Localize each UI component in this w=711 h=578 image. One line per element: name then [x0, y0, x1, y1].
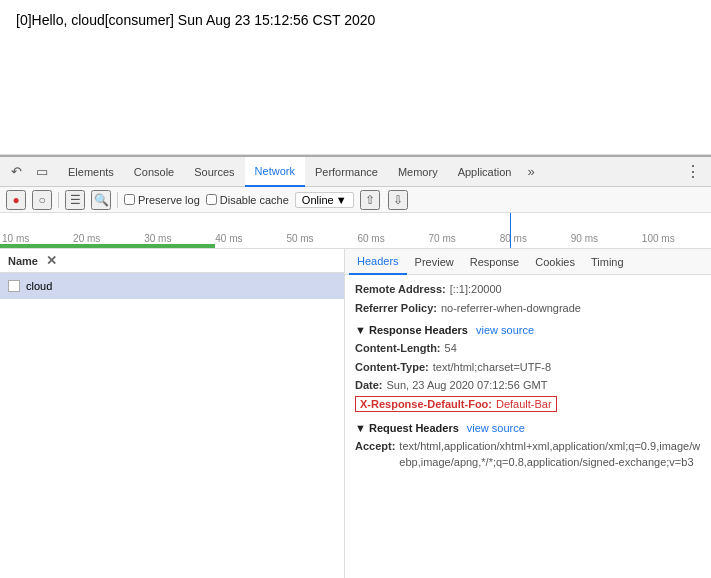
disable-cache-text: Disable cache	[220, 194, 289, 206]
tab-sources[interactable]: Sources	[184, 157, 244, 187]
ruler-90ms: 90 ms	[569, 233, 640, 248]
content-type-val: text/html;charset=UTF-8	[433, 359, 551, 376]
response-headers-section: ▼ Response Headers view source	[355, 324, 701, 336]
x-response-default-foo-key: X-Response-Default-Foo:	[360, 398, 492, 410]
referrer-policy-val: no-referrer-when-downgrade	[441, 300, 581, 317]
devtools-panel: ↶ ▭ Elements Console Sources Network Per…	[0, 155, 711, 578]
item-name: cloud	[26, 280, 52, 292]
referrer-policy-key: Referrer Policy:	[355, 300, 437, 317]
request-headers-section: ▼ Request Headers view source	[355, 422, 701, 434]
network-toolbar: ● ○ ☰ 🔍 Preserve log Disable cache Onlin…	[0, 187, 711, 213]
browser-content: [0]Hello, cloud[consumer] Sun Aug 23 15:…	[0, 0, 711, 155]
accept-key: Accept:	[355, 438, 395, 455]
remote-address-key: Remote Address:	[355, 281, 446, 298]
remote-address-val: [::1]:20000	[450, 281, 502, 298]
tab-preview[interactable]: Preview	[407, 249, 462, 275]
preserve-log-text: Preserve log	[138, 194, 200, 206]
network-item[interactable]: cloud	[0, 273, 344, 299]
more-tabs-button[interactable]: »	[521, 164, 540, 179]
separator-1	[58, 192, 59, 208]
clear-button[interactable]: ○	[32, 190, 52, 210]
dropdown-arrow: ▼	[336, 194, 347, 206]
tab-response[interactable]: Response	[462, 249, 528, 275]
ruler-40ms: 40 ms	[213, 233, 284, 248]
devtools-menu-button[interactable]: ⋮	[679, 162, 707, 181]
upload-button[interactable]: ⇧	[360, 190, 380, 210]
content-length-row: Content-Length: 54	[355, 340, 701, 357]
headers-panel: Headers Preview Response Cookies Timing …	[345, 249, 711, 578]
date-key: Date:	[355, 377, 383, 394]
content-length-val: 54	[445, 340, 457, 357]
tab-elements[interactable]: Elements	[58, 157, 124, 187]
filter-icon[interactable]: ☰	[65, 190, 85, 210]
remote-address-row: Remote Address: [::1]:20000	[355, 281, 701, 298]
ruler-70ms: 70 ms	[427, 233, 498, 248]
devtools-tab-bar: ↶ ▭ Elements Console Sources Network Per…	[0, 157, 711, 187]
tab-network[interactable]: Network	[245, 157, 305, 187]
network-list-header: Name ✕	[0, 249, 344, 273]
tab-cookies[interactable]: Cookies	[527, 249, 583, 275]
tab-application[interactable]: Application	[448, 157, 522, 187]
page-text: [0]Hello, cloud[consumer] Sun Aug 23 15:…	[16, 12, 695, 28]
accept-val: text/html,application/xhtml+xml,applicat…	[399, 438, 701, 471]
response-headers-title: ▼ Response Headers	[355, 324, 468, 336]
timeline-ruler: 10 ms 20 ms 30 ms 40 ms 50 ms 60 ms 70 m…	[0, 213, 711, 249]
content-type-row: Content-Type: text/html;charset=UTF-8	[355, 359, 701, 376]
inspect-icon[interactable]: ▭	[30, 160, 54, 184]
tab-headers[interactable]: Headers	[349, 249, 407, 275]
separator-2	[117, 192, 118, 208]
date-val: Sun, 23 Aug 2020 07:12:56 GMT	[387, 377, 548, 394]
headers-content: Remote Address: [::1]:20000 Referrer Pol…	[345, 275, 711, 479]
response-headers-view-source[interactable]: view source	[476, 324, 534, 336]
timeline-cursor	[510, 213, 511, 248]
date-row: Date: Sun, 23 Aug 2020 07:12:56 GMT	[355, 377, 701, 394]
network-list-items: cloud	[0, 273, 344, 578]
preserve-log-label[interactable]: Preserve log	[124, 194, 200, 206]
ruler-80ms: 80 ms	[498, 233, 569, 248]
timeline-bar	[0, 244, 215, 248]
online-filter[interactable]: Online ▼	[295, 192, 354, 208]
item-checkbox	[8, 280, 20, 292]
disable-cache-label[interactable]: Disable cache	[206, 194, 289, 206]
x-response-default-foo-val: Default-Bar	[496, 398, 552, 410]
request-headers-title: ▼ Request Headers	[355, 422, 459, 434]
tab-memory[interactable]: Memory	[388, 157, 448, 187]
name-column-header: Name	[8, 255, 38, 267]
accept-row: Accept: text/html,application/xhtml+xml,…	[355, 438, 701, 471]
main-split: Name ✕ cloud Headers Preview Response Co…	[0, 249, 711, 578]
disable-cache-checkbox[interactable]	[206, 194, 217, 205]
record-button[interactable]: ●	[6, 190, 26, 210]
network-list: Name ✕ cloud	[0, 249, 345, 578]
ruler-60ms: 60 ms	[355, 233, 426, 248]
referrer-policy-row: Referrer Policy: no-referrer-when-downgr…	[355, 300, 701, 317]
headers-tab-bar: Headers Preview Response Cookies Timing	[345, 249, 711, 275]
download-button[interactable]: ⇩	[388, 190, 408, 210]
online-label: Online	[302, 194, 334, 206]
x-response-default-foo-row: X-Response-Default-Foo: Default-Bar	[355, 396, 557, 412]
cursor-icon[interactable]: ↶	[4, 160, 28, 184]
request-headers-view-source[interactable]: view source	[467, 422, 525, 434]
tab-performance[interactable]: Performance	[305, 157, 388, 187]
import-export-group: ⇧ ⇩	[360, 190, 408, 210]
tab-console[interactable]: Console	[124, 157, 184, 187]
search-icon[interactable]: 🔍	[91, 190, 111, 210]
ruler-100ms: 100 ms	[640, 233, 711, 248]
ruler-50ms: 50 ms	[284, 233, 355, 248]
content-length-key: Content-Length:	[355, 340, 441, 357]
devtools-icon-group: ↶ ▭	[4, 160, 54, 184]
tab-timing[interactable]: Timing	[583, 249, 632, 275]
close-panel-button[interactable]: ✕	[46, 253, 57, 268]
preserve-log-checkbox[interactable]	[124, 194, 135, 205]
content-type-key: Content-Type:	[355, 359, 429, 376]
